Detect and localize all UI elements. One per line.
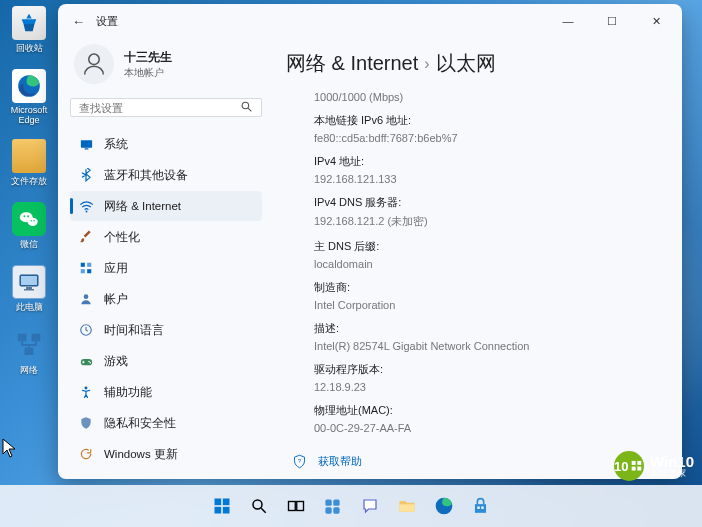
close-button[interactable]: ✕ [634, 6, 678, 36]
cursor-icon [2, 438, 16, 458]
avatar-icon [74, 44, 114, 84]
svg-rect-42 [333, 507, 339, 513]
taskbar-search-icon[interactable] [243, 490, 275, 522]
svg-rect-10 [24, 289, 34, 291]
wifi-icon [78, 198, 94, 214]
svg-rect-34 [222, 507, 229, 514]
search-box[interactable] [70, 98, 262, 117]
nav-privacy[interactable]: 隐私和安全性 [70, 408, 262, 438]
file-explorer-icon[interactable] [391, 490, 423, 522]
driver-version-label: 驱动程序版本: [314, 362, 664, 377]
ipv6-value: fe80::cd5a:bdff:7687:b6eb%7 [314, 132, 664, 144]
desktop-icon-edge[interactable]: Microsoft Edge [6, 69, 52, 125]
driver-version-value: 12.18.9.23 [314, 381, 664, 393]
account-type: 本地帐户 [124, 66, 172, 80]
desktop-icon-wechat[interactable]: 微信 [6, 202, 52, 251]
watermark-badge: 10 [614, 451, 644, 481]
nav-apps[interactable]: 应用 [70, 253, 262, 283]
svg-rect-33 [214, 507, 221, 514]
start-button[interactable] [206, 490, 238, 522]
nav-list: 系统 蓝牙和其他设备 网络 & Internet 个性化 应用 [70, 129, 262, 469]
svg-point-4 [27, 215, 29, 217]
nav-gaming[interactable]: 游戏 [70, 346, 262, 376]
svg-point-27 [88, 360, 90, 362]
search-input[interactable] [79, 102, 240, 114]
get-help-link[interactable]: ? 获取帮助 [286, 452, 664, 470]
desktop-icon-network[interactable]: 网络 [6, 328, 52, 377]
breadcrumb-leaf: 以太网 [436, 50, 496, 77]
nav-label: 帐户 [104, 292, 128, 307]
watermark-line1: Win10 [650, 454, 694, 469]
nav-system[interactable]: 系统 [70, 129, 262, 159]
nav-label: 个性化 [104, 230, 140, 245]
maximize-button[interactable]: ☐ [590, 6, 634, 36]
sidebar: 十三先生 本地帐户 系统 蓝牙和其他设备 [58, 38, 270, 479]
settings-window: ← 设置 — ☐ ✕ 十三先生 本地帐户 [58, 4, 682, 479]
desktop-icon-this-pc[interactable]: 此电脑 [6, 265, 52, 314]
nav-network[interactable]: 网络 & Internet [70, 191, 262, 221]
manufacturer-label: 制造商: [314, 280, 664, 295]
gaming-icon [78, 353, 94, 369]
nav-label: 辅助功能 [104, 385, 152, 400]
account-header[interactable]: 十三先生 本地帐户 [70, 38, 262, 98]
ipv4-value: 192.168.121.133 [314, 173, 664, 185]
svg-point-19 [85, 210, 87, 212]
nav-windows-update[interactable]: Windows 更新 [70, 439, 262, 469]
wechat-icon [12, 202, 46, 236]
description-value: Intel(R) 82574L Gigabit Network Connecti… [314, 340, 664, 352]
svg-line-16 [248, 108, 251, 111]
dns-suffix-value: localdomain [314, 258, 664, 270]
desktop-icons: 回收站 Microsoft Edge 文件存放 微信 此电脑 网络 [6, 6, 52, 377]
folder-icon [12, 139, 46, 173]
svg-line-36 [261, 508, 266, 513]
dns-label: IPv4 DNS 服务器: [314, 195, 664, 210]
minimize-button[interactable]: — [546, 6, 590, 36]
back-button[interactable]: ← [72, 14, 96, 29]
help-icon: ? [290, 452, 308, 470]
accounts-icon [78, 291, 94, 307]
breadcrumb-root[interactable]: 网络 & Internet [286, 50, 418, 77]
chat-icon[interactable] [354, 490, 386, 522]
account-name: 十三先生 [124, 49, 172, 66]
svg-point-6 [33, 220, 34, 221]
bluetooth-icon [78, 167, 94, 183]
edge-taskbar-icon[interactable] [428, 490, 460, 522]
edge-icon [12, 69, 46, 103]
nav-accessibility[interactable]: 辅助功能 [70, 377, 262, 407]
network-icon [12, 328, 46, 362]
nav-accounts[interactable]: 帐户 [70, 284, 262, 314]
svg-rect-50 [638, 467, 642, 471]
nav-bluetooth[interactable]: 蓝牙和其他设备 [70, 160, 262, 190]
svg-point-15 [242, 102, 249, 109]
desktop-icon-files[interactable]: 文件存放 [6, 139, 52, 188]
svg-rect-18 [84, 148, 88, 149]
mac-value: 00-0C-29-27-AA-FA [314, 422, 664, 434]
widgets-icon[interactable] [317, 490, 349, 522]
svg-point-24 [84, 294, 89, 299]
svg-rect-47 [632, 461, 636, 465]
link-speed-value: 1000/1000 (Mbps) [314, 91, 664, 103]
nav-label: Windows 更新 [104, 447, 178, 462]
svg-point-35 [253, 500, 262, 509]
nav-label: 时间和语言 [104, 323, 164, 338]
svg-rect-43 [399, 504, 414, 512]
svg-rect-13 [25, 348, 34, 356]
nav-label: 蓝牙和其他设备 [104, 168, 188, 183]
desktop-icon-recycle-bin[interactable]: 回收站 [6, 6, 52, 55]
shield-icon [78, 415, 94, 431]
store-icon[interactable] [465, 490, 497, 522]
nav-label: 应用 [104, 261, 128, 276]
dns-suffix-label: 主 DNS 后缀: [314, 239, 664, 254]
desktop-label: Microsoft Edge [6, 105, 52, 125]
svg-point-3 [24, 215, 26, 217]
recycle-bin-icon [12, 6, 46, 40]
nav-personalization[interactable]: 个性化 [70, 222, 262, 252]
nav-time-language[interactable]: 时间和语言 [70, 315, 262, 345]
chevron-right-icon: › [424, 55, 429, 73]
taskbar [0, 485, 702, 527]
ethernet-details: 1000/1000 (Mbps) 本地链接 IPv6 地址: fe80::cd5… [286, 91, 664, 434]
svg-rect-23 [87, 269, 91, 273]
svg-rect-45 [477, 506, 479, 508]
task-view-icon[interactable] [280, 490, 312, 522]
titlebar: ← 设置 — ☐ ✕ [58, 4, 682, 38]
